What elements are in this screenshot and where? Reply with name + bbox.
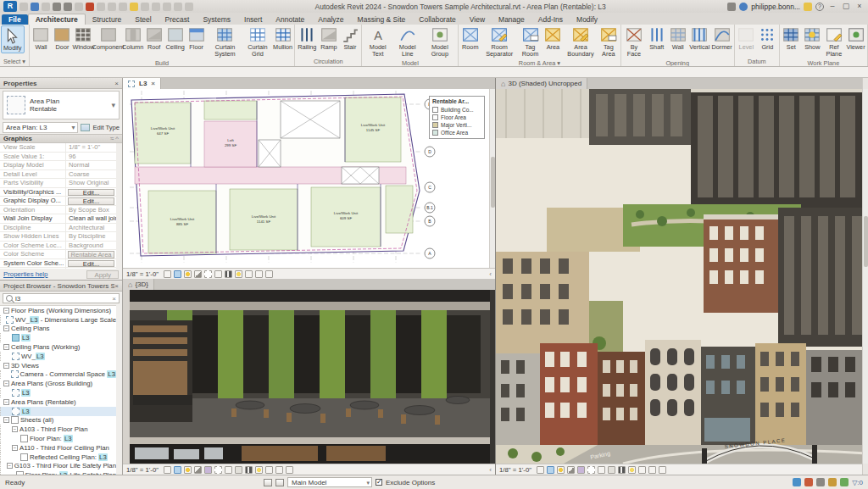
ifc-export-icon[interactable] xyxy=(86,3,94,11)
model-line-button[interactable]: Model Line xyxy=(392,25,422,58)
property-value[interactable]: By Discipline xyxy=(66,232,116,241)
mullion-button[interactable]: Mullion xyxy=(272,25,293,52)
reveal-hidden-icon[interactable] xyxy=(255,466,263,474)
text-icon[interactable] xyxy=(141,3,149,11)
ribbon-tab-manage[interactable]: Manage xyxy=(492,14,531,25)
aligned-dimension-icon[interactable] xyxy=(108,3,116,11)
wall-button[interactable]: Wall xyxy=(31,25,52,52)
tree-item-l3[interactable]: L3 xyxy=(0,333,116,342)
temporary-view-icon[interactable] xyxy=(638,466,646,474)
select-pinned-icon[interactable] xyxy=(816,478,825,486)
reveal-hidden-icon[interactable] xyxy=(628,466,636,474)
curtain-grid-button[interactable]: Curtain Grid xyxy=(243,25,272,58)
cart-icon[interactable] xyxy=(804,3,812,11)
modify-button[interactable]: Modify xyxy=(1,25,25,53)
ceiling-button[interactable]: Ceiling xyxy=(164,25,186,52)
room-tag[interactable]: 647 SF xyxy=(157,131,169,136)
panel-caption[interactable]: Select ▾ xyxy=(1,57,28,66)
graphics-section-header[interactable]: Graphics≈ ^ xyxy=(0,134,122,143)
tab-l3-plan[interactable]: L3 × xyxy=(123,78,161,89)
shaded-canvas[interactable]: Parking SNOWDON PLACE xyxy=(496,89,868,464)
visual-style-icon[interactable] xyxy=(174,466,181,474)
tree-collapse-icon[interactable]: − xyxy=(3,308,9,314)
model-line-icon[interactable] xyxy=(119,3,127,11)
panel-caption[interactable]: Work Plane xyxy=(781,58,866,67)
model-text-button[interactable]: AModel Text xyxy=(363,25,392,58)
viewer-button[interactable]: Viewer xyxy=(845,25,866,52)
sun-path-icon[interactable] xyxy=(184,466,192,474)
property-row-wall-join-display[interactable]: Wall Join DisplayClean all wall joins xyxy=(0,214,116,224)
signed-in-user[interactable]: philippe.bonn... xyxy=(751,3,800,11)
user-avatar-icon[interactable] xyxy=(739,3,748,11)
dormer-button[interactable]: Dormer xyxy=(710,25,732,52)
tree-item-a110-third-floor-ceiling-plan[interactable]: −A110 - Third Floor Ceiling Plan xyxy=(0,443,116,453)
room-tag[interactable]: Live/Work Unit xyxy=(334,211,359,215)
show-crop-icon[interactable] xyxy=(598,466,605,474)
minimize-button[interactable]: – xyxy=(827,2,837,11)
tree-item-wv-l3[interactable]: WV_L3 - Dimensions Large Scale xyxy=(0,315,116,325)
tree-item-l3[interactable]: L3 xyxy=(0,388,116,397)
column-button[interactable]: Column xyxy=(122,25,143,52)
tree-item-area-plans-gross-building[interactable]: −Area Plans (Gross Building) xyxy=(0,379,116,388)
tree-item-reflected-ceiling-plan-l3[interactable]: Reflected Ceiling Plan: L3 xyxy=(0,453,116,462)
property-value[interactable]: Coarse xyxy=(66,170,116,179)
ribbon-tab-modify[interactable]: Modify xyxy=(570,14,604,25)
tree-item-ceiling-plans[interactable]: −Ceiling Plans xyxy=(0,325,116,334)
ribbon-tab-add-ins[interactable]: Add-Ins xyxy=(531,14,570,25)
render-icon[interactable] xyxy=(130,3,138,11)
render-icon[interactable] xyxy=(577,466,585,474)
roof-button[interactable]: Roof xyxy=(143,25,164,52)
tree-collapse-icon[interactable]: − xyxy=(3,381,9,386)
room-separator-button[interactable]: Room Separator xyxy=(481,25,518,58)
panel-caption[interactable]: Datum xyxy=(736,57,778,66)
restore-button[interactable]: ▢ xyxy=(841,2,851,11)
worksets-icon[interactable] xyxy=(264,479,272,486)
project-browser-header[interactable]: Project Browser - Snowdon Towers Sample … xyxy=(0,281,122,292)
railing-button[interactable]: Railing xyxy=(296,25,318,52)
room-tag[interactable]: 1141 SF xyxy=(257,219,271,224)
section-icon[interactable] xyxy=(163,3,171,11)
sun-path-icon[interactable] xyxy=(557,466,565,474)
tree-item-floor-plan-l3[interactable]: Floor Plan: L3 Life Safety Plan xyxy=(0,470,116,475)
level-button[interactable]: Level xyxy=(736,25,757,52)
by-face-button[interactable]: By Face xyxy=(622,25,647,58)
tree-item-floor-plan-l3[interactable]: Floor Plan: L3 xyxy=(0,434,116,443)
tree-collapse-icon[interactable]: − xyxy=(3,325,9,331)
property-value[interactable]: Clean all wall joins xyxy=(66,214,116,223)
ribbon-tab-analyze[interactable]: Analyze xyxy=(311,14,350,25)
tree-collapse-icon[interactable]: − xyxy=(3,399,9,405)
property-row-visibility-graphics[interactable]: Visibility/Graphics ...Edit... xyxy=(0,188,116,197)
exclude-options-checkbox[interactable] xyxy=(376,479,382,486)
property-value[interactable]: Background xyxy=(66,242,116,250)
property-row-show-hidden-lines[interactable]: Show Hidden LinesBy Discipline xyxy=(0,232,116,242)
browser-search-input[interactable]: l3 × xyxy=(3,293,120,303)
crop-view-icon[interactable] xyxy=(214,466,222,474)
crop-view-icon[interactable] xyxy=(204,270,212,278)
set-button[interactable]: Set xyxy=(781,25,802,52)
tree-item-sheets-all[interactable]: −Sheets (all) xyxy=(0,416,116,425)
property-row-graphic-display-o[interactable]: Graphic Display O...Edit... xyxy=(0,197,116,206)
apply-button[interactable]: Apply xyxy=(86,270,119,279)
room-tag[interactable]: Live/Work Unit xyxy=(170,217,195,221)
room-tag[interactable]: 299 SF xyxy=(225,143,236,147)
crop-view-icon[interactable] xyxy=(587,466,595,474)
tree-item-area-plans-rentable[interactable]: −Area Plans (Rentable) xyxy=(0,397,116,407)
stair-button[interactable]: Stair xyxy=(339,25,360,52)
measure-icon[interactable] xyxy=(97,3,105,11)
ribbon-tab-precast[interactable]: Precast xyxy=(159,14,197,25)
window-button[interactable]: Window xyxy=(73,25,94,52)
temporary-hide-icon[interactable] xyxy=(245,466,253,474)
room-tag[interactable]: Live/Work Unit xyxy=(361,123,386,127)
shaded-vertical-scrollbar[interactable] xyxy=(862,89,868,464)
ribbon-tab-systems[interactable]: Systems xyxy=(196,14,237,25)
room-tag[interactable]: 885 SF xyxy=(176,222,188,226)
tree-collapse-icon[interactable]: − xyxy=(3,417,9,423)
panel-caption[interactable]: Room & Area ▾ xyxy=(459,58,619,67)
tree-item-a103-third-floor-plan[interactable]: −A103 - Third Floor Plan xyxy=(0,425,116,434)
property-value[interactable]: By Scope Box xyxy=(66,206,116,214)
show-button[interactable]: Show xyxy=(802,25,823,52)
ribbon-tab-insert[interactable]: Insert xyxy=(237,14,269,25)
ribbon-tab-collaborate[interactable]: Collaborate xyxy=(412,14,462,25)
area-boundary-button[interactable]: Area Boundary xyxy=(564,25,598,58)
room-button[interactable]: Room xyxy=(459,25,481,52)
